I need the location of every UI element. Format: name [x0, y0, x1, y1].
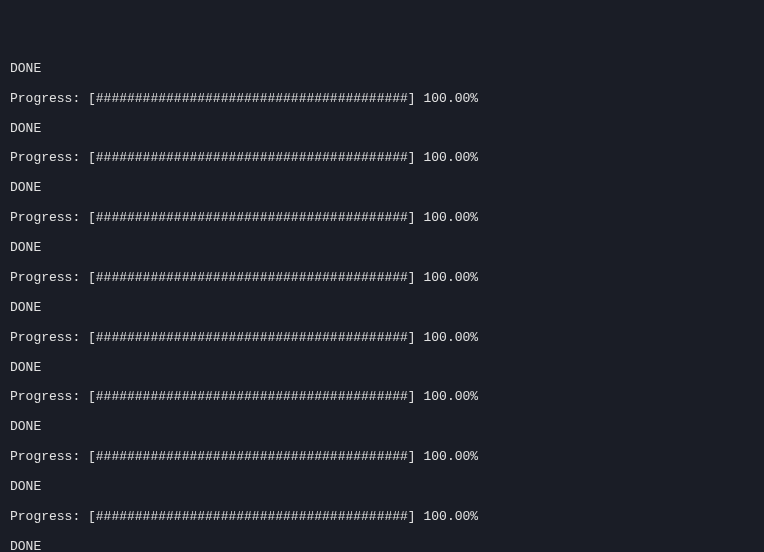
progress-bar: [#######################################… [88, 389, 416, 404]
done-line: DONE [10, 301, 754, 316]
progress-label: Progress: [10, 210, 88, 225]
progress-pct: 100.00% [416, 210, 478, 225]
progress-line: Progress: [#############################… [10, 510, 754, 525]
done-line: DONE [10, 361, 754, 376]
done-line: DONE [10, 122, 754, 137]
progress-pct: 100.00% [416, 509, 478, 524]
progress-bar: [#######################################… [88, 449, 416, 464]
progress-bar: [#######################################… [88, 509, 416, 524]
progress-line: Progress: [#############################… [10, 151, 754, 166]
done-line: DONE [10, 540, 754, 552]
progress-pct: 100.00% [416, 91, 478, 106]
progress-label: Progress: [10, 389, 88, 404]
progress-bar: [#######################################… [88, 210, 416, 225]
progress-bar: [#######################################… [88, 150, 416, 165]
progress-label: Progress: [10, 330, 88, 345]
progress-label: Progress: [10, 150, 88, 165]
progress-label: Progress: [10, 449, 88, 464]
progress-line: Progress: [#############################… [10, 211, 754, 226]
progress-line: Progress: [#############################… [10, 92, 754, 107]
progress-label: Progress: [10, 509, 88, 524]
progress-pct: 100.00% [416, 150, 478, 165]
progress-line: Progress: [#############################… [10, 271, 754, 286]
done-line: DONE [10, 420, 754, 435]
progress-bar: [#######################################… [88, 91, 416, 106]
progress-pct: 100.00% [416, 449, 478, 464]
done-line: DONE [10, 241, 754, 256]
progress-line: Progress: [#############################… [10, 450, 754, 465]
done-line: DONE [10, 62, 754, 77]
done-line: DONE [10, 181, 754, 196]
progress-pct: 100.00% [416, 330, 478, 345]
done-line: DONE [10, 480, 754, 495]
progress-pct: 100.00% [416, 270, 478, 285]
progress-label: Progress: [10, 91, 88, 106]
progress-line: Progress: [#############################… [10, 331, 754, 346]
progress-bar: [#######################################… [88, 330, 416, 345]
progress-pct: 100.00% [416, 389, 478, 404]
progress-label: Progress: [10, 270, 88, 285]
progress-bar: [#######################################… [88, 270, 416, 285]
progress-line: Progress: [#############################… [10, 390, 754, 405]
